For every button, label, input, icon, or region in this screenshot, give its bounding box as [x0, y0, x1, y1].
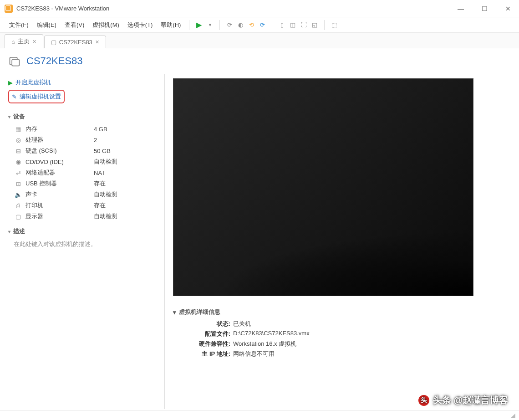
fullscreen-icon[interactable]: ⛶ — [299, 20, 309, 30]
device-value: 自动检测 — [94, 190, 117, 199]
config-value: D:\C72K83\CS72KES83.vmx — [233, 330, 310, 338]
device-value: 存在 — [94, 201, 106, 210]
edit-vm-settings-link[interactable]: ✎ 编辑虚拟机设置 — [8, 90, 65, 103]
svg-rect-1 — [12, 60, 19, 66]
menu-vm[interactable]: 虚拟机(M) — [89, 19, 123, 31]
watermark-icon: 头 — [418, 395, 429, 406]
window-titlebar: CS72KES83 - VMware Workstation — ☐ ✕ — [0, 0, 519, 17]
snapshot-icon[interactable]: ◐ — [235, 20, 245, 30]
close-tab-icon[interactable]: ✕ — [95, 39, 99, 45]
detail-row-ip: 主 IP 地址: 网络信息不可用 — [173, 349, 511, 359]
cpu-icon: ◎ — [14, 137, 23, 143]
device-label: 声卡 — [25, 190, 94, 199]
device-label: 显示器 — [25, 212, 94, 220]
device-row-memory[interactable]: ▦内存4 GB — [8, 123, 156, 134]
vm-tab-icon: ▢ — [51, 39, 56, 46]
vm-title: CS72KES83 — [26, 55, 83, 67]
device-row-sound[interactable]: 🔈声卡自动检测 — [8, 189, 156, 200]
vm-folder-icon — [8, 55, 21, 67]
device-label: USB 控制器 — [25, 179, 94, 188]
unity-icon[interactable]: ◱ — [310, 20, 320, 30]
device-label: 硬盘 (SCSI) — [25, 147, 94, 155]
minimize-button[interactable]: — — [454, 2, 467, 15]
tab-vm[interactable]: ▢ CS72KES83 ✕ — [44, 36, 106, 48]
hw-value: Workstation 16.x 虚拟机 — [233, 340, 296, 348]
app-icon — [5, 5, 13, 13]
device-label: 内存 — [25, 125, 94, 133]
close-tab-icon[interactable]: ✕ — [32, 39, 36, 45]
device-row-network[interactable]: ⇄网络适配器NAT — [8, 167, 156, 178]
sound-icon: 🔈 — [14, 191, 23, 198]
home-icon: ⌂ — [11, 38, 15, 45]
watermark: 头 头条 @赵谨言博客 — [418, 394, 508, 406]
device-label: CD/DVD (IDE) — [25, 159, 94, 165]
device-row-printer[interactable]: ⎙打印机存在 — [8, 200, 156, 211]
device-row-cpu[interactable]: ◎处理器2 — [8, 134, 156, 145]
device-row-display[interactable]: ▢显示器自动检测 — [8, 211, 156, 222]
tab-home-label: 主页 — [18, 37, 30, 46]
left-panel: ▶ 开启此虚拟机 ✎ 编辑虚拟机设置 ▾ 设备 ▦内存4 GB◎处理器2⊟硬盘 … — [0, 74, 165, 409]
disc-icon: ◉ — [14, 159, 23, 165]
watermark-text: 头条 @赵谨言博客 — [433, 394, 508, 406]
caret-down-icon: ▾ — [8, 229, 10, 234]
caret-down-icon: ▾ — [173, 309, 176, 316]
usb-icon: ⊡ — [14, 180, 23, 187]
device-value: 自动检测 — [94, 212, 117, 220]
menu-tabs[interactable]: 选项卡(T) — [124, 19, 157, 31]
device-label: 打印机 — [25, 201, 94, 210]
power-on-vm-link[interactable]: ▶ 开启此虚拟机 — [8, 77, 156, 88]
menu-edit[interactable]: 编辑(E) — [33, 19, 60, 31]
right-panel: ▾ 虚拟机详细信息 状态: 已关机 配置文件: D:\C72K83\CS72KE… — [165, 74, 519, 409]
vm-title-header: CS72KES83 — [0, 48, 519, 74]
description-header-label: 描述 — [13, 227, 25, 236]
settings-icon: ✎ — [12, 93, 17, 100]
play-icon: ▶ — [8, 79, 13, 86]
device-value: 50 GB — [94, 148, 111, 154]
network-icon: ⇄ — [14, 169, 23, 176]
devices-section-header[interactable]: ▾ 设备 — [8, 107, 156, 123]
state-value: 已关机 — [233, 320, 251, 328]
device-label: 处理器 — [25, 136, 94, 144]
tabstrip: ⌂ 主页 ✕ ▢ CS72KES83 ✕ — [0, 33, 519, 48]
revert-icon[interactable]: ⟳ — [257, 20, 267, 30]
devices-header-label: 设备 — [13, 113, 25, 121]
resize-grip-icon[interactable]: ◢ — [511, 412, 515, 419]
description-section-header[interactable]: ▾ 描述 — [8, 222, 156, 238]
detail-row-state: 状态: 已关机 — [173, 319, 511, 329]
menu-file[interactable]: 文件(F) — [5, 19, 32, 31]
config-label: 配置文件: — [191, 330, 230, 338]
view-single-icon[interactable]: ▯ — [277, 20, 287, 30]
details-header-label: 虚拟机详细信息 — [179, 308, 220, 316]
menubar: 文件(F) 编辑(E) 查看(V) 虚拟机(M) 选项卡(T) 帮助(H) ▶ … — [0, 17, 519, 33]
edit-settings-label: 编辑虚拟机设置 — [20, 92, 61, 101]
menu-view[interactable]: 查看(V) — [61, 19, 88, 31]
device-value: 存在 — [94, 179, 106, 188]
description-placeholder[interactable]: 在此处键入对该虚拟机的描述。 — [8, 238, 156, 248]
state-label: 状态: — [191, 320, 230, 328]
display-icon: ▢ — [14, 213, 23, 220]
statusbar: ◢ — [0, 410, 519, 420]
tab-vm-label: CS72KES83 — [59, 39, 92, 46]
device-value: 4 GB — [94, 126, 107, 133]
device-row-disk[interactable]: ⊟硬盘 (SCSI)50 GB — [8, 145, 156, 156]
maximize-button[interactable]: ☐ — [478, 2, 491, 15]
stretch-icon[interactable]: ⬚ — [329, 20, 339, 30]
ip-label: 主 IP 地址: — [191, 350, 230, 358]
ip-value: 网络信息不可用 — [233, 350, 275, 358]
snapshot-manager-icon[interactable]: ⟲ — [246, 20, 256, 30]
memory-icon: ▦ — [14, 126, 23, 133]
device-row-usb[interactable]: ⊡USB 控制器存在 — [8, 178, 156, 189]
vm-display-preview[interactable] — [173, 78, 473, 296]
detail-row-hw: 硬件兼容性: Workstation 16.x 虚拟机 — [173, 339, 511, 349]
close-button[interactable]: ✕ — [502, 2, 514, 15]
vm-details-header[interactable]: ▾ 虚拟机详细信息 — [173, 305, 511, 319]
play-dropdown-icon[interactable]: ▼ — [205, 20, 215, 30]
tab-home[interactable]: ⌂ 主页 ✕ — [5, 34, 43, 48]
play-button-icon[interactable]: ▶ — [194, 20, 204, 30]
device-row-disc[interactable]: ◉CD/DVD (IDE)自动检测 — [8, 156, 156, 167]
menu-help[interactable]: 帮助(H) — [157, 19, 184, 31]
send-ctrl-alt-del-icon[interactable]: ⟳ — [224, 20, 234, 30]
hw-label: 硬件兼容性: — [191, 340, 230, 348]
device-label: 网络适配器 — [25, 169, 94, 177]
view-split-icon[interactable]: ◫ — [288, 20, 298, 30]
